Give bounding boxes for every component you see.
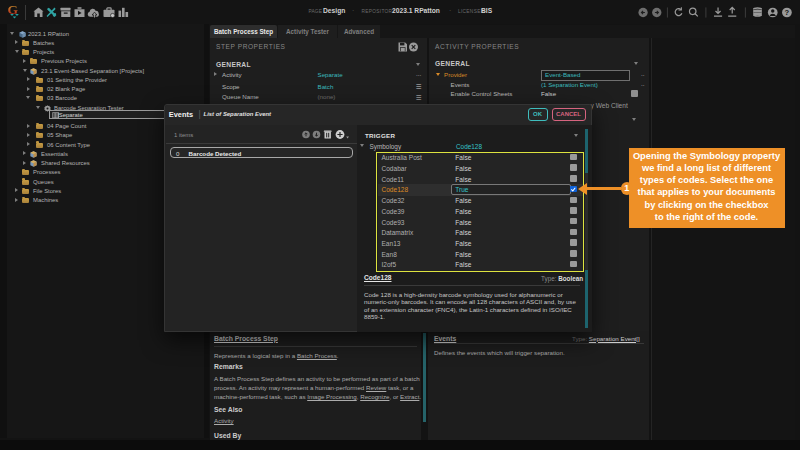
svg-text:?: ? xyxy=(785,8,790,17)
